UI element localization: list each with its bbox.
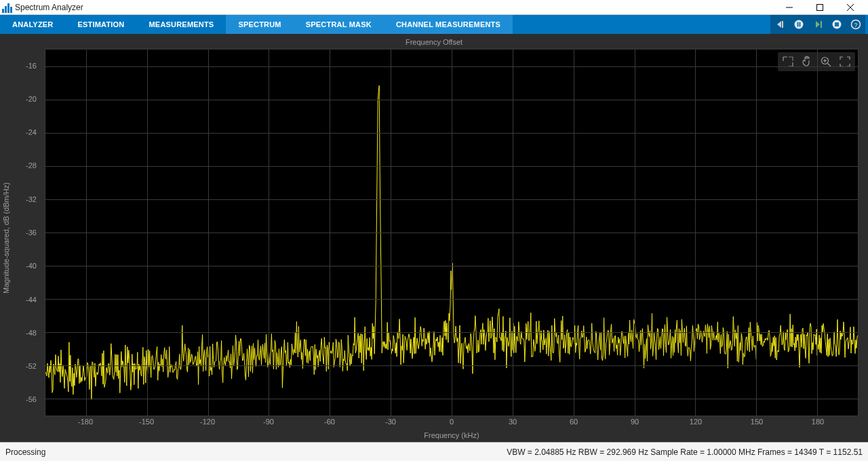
tab-measurements[interactable]: MEASUREMENTS — [137, 15, 226, 34]
svg-rect-8 — [800, 22, 801, 27]
svg-marker-9 — [816, 21, 820, 28]
help-button[interactable]: ? — [846, 15, 865, 34]
rewind-button[interactable] — [770, 15, 789, 34]
svg-rect-7 — [797, 22, 799, 27]
status-right: VBW = 2.04885 Hz RBW = 292.969 Hz Sample… — [507, 447, 863, 457]
stop-button[interactable] — [827, 15, 846, 34]
tab-channel-measurements[interactable]: CHANNEL MEASUREMENTS — [384, 15, 513, 34]
zoom-icon[interactable] — [817, 54, 835, 70]
step-button[interactable] — [808, 15, 827, 34]
x-tick-labels: -180-150-120-90-60-300306090120150180 — [45, 418, 859, 428]
app-icon — [1, 2, 12, 13]
plot-area: Frequency Offset Magnitude-squared, dB (… — [0, 34, 868, 442]
svg-rect-12 — [835, 22, 839, 26]
plot-canvas[interactable] — [45, 49, 859, 416]
pause-button[interactable] — [789, 15, 808, 34]
tab-analyzer[interactable]: ANALYZER — [0, 15, 65, 34]
plot-toolbar — [778, 52, 855, 71]
svg-rect-10 — [821, 21, 822, 28]
minimize-button[interactable] — [774, 0, 804, 15]
tab-spectrum[interactable]: SPECTRUM — [226, 15, 293, 34]
window-controls — [774, 0, 865, 15]
svg-point-6 — [795, 20, 804, 29]
window-title: Spectrum Analyzer — [15, 3, 83, 12]
x-axis-label: Frequency (kHz) — [45, 431, 859, 439]
svg-rect-5 — [782, 21, 783, 28]
tab-estimation[interactable]: ESTIMATION — [65, 15, 136, 34]
fullscreen-icon[interactable] — [836, 54, 854, 70]
chart-title: Frequency Offset — [0, 38, 868, 46]
autoscale-icon[interactable] — [779, 54, 797, 70]
svg-text:?: ? — [854, 22, 857, 28]
close-button[interactable] — [835, 0, 865, 15]
svg-marker-4 — [777, 21, 781, 28]
pan-icon[interactable] — [798, 54, 816, 70]
toolstrip-controls: ? — [770, 15, 868, 34]
status-left: Processing — [5, 447, 45, 457]
svg-rect-1 — [816, 4, 823, 10]
maximize-button[interactable] — [804, 0, 835, 15]
title-bar: Spectrum Analyzer — [0, 0, 868, 15]
status-bar: Processing VBW = 2.04885 Hz RBW = 292.96… — [0, 442, 868, 461]
tab-spectral-mask[interactable]: SPECTRAL MASK — [294, 15, 384, 34]
y-tick-labels: -16-20-24-28-32-36-40-44-48-52-56 — [0, 49, 41, 416]
toolstrip: ANALYZER ESTIMATION MEASUREMENTS SPECTRU… — [0, 15, 868, 34]
